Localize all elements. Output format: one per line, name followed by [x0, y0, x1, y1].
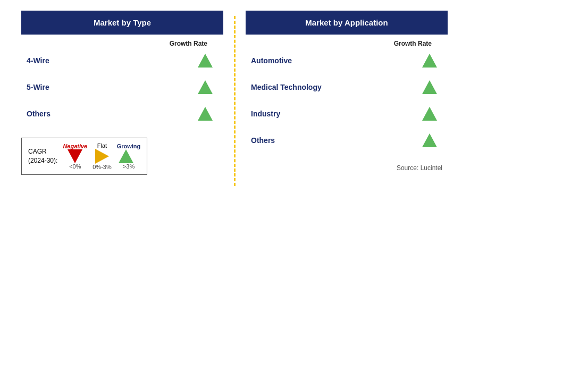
- legend-growing: Growing >3%: [117, 143, 141, 170]
- source-text: Source: Lucintel: [246, 164, 448, 172]
- table-row: Industry: [246, 100, 448, 127]
- legend-flat: Flat 0%-3%: [93, 142, 111, 170]
- arrow-up-industry: [416, 107, 442, 121]
- item-label-automotive: Automotive: [251, 56, 292, 65]
- table-row: Others: [21, 100, 223, 127]
- up-arrow-icon: [422, 80, 437, 94]
- legend-negative-sub: <0%: [69, 163, 81, 170]
- legend-cagr-label: CAGR(2024-30):: [28, 147, 57, 165]
- right-items-list: Automotive Medical Technology Industry O…: [246, 47, 448, 154]
- up-arrow-icon: [198, 107, 213, 121]
- left-panel-title: Market by Type: [21, 11, 223, 35]
- right-panel-title: Market by Application: [246, 11, 448, 35]
- up-arrow-icon: [422, 107, 437, 121]
- up-arrow-icon: [422, 133, 437, 147]
- down-arrow-icon: [68, 149, 82, 163]
- table-row: Others: [246, 127, 448, 154]
- dashed-line: [234, 16, 236, 186]
- item-label-4wire: 4-Wire: [27, 56, 49, 65]
- up-arrow-icon: [198, 80, 213, 94]
- legend-growing-label: Growing: [117, 143, 141, 149]
- panel-divider: [234, 11, 235, 186]
- table-row: Automotive: [246, 47, 448, 74]
- arrow-up-others-left: [191, 107, 218, 121]
- table-row: Medical Technology: [246, 74, 448, 100]
- arrow-up-medical: [416, 80, 442, 94]
- up-arrow-icon: [198, 54, 213, 68]
- item-label-others-right: Others: [251, 136, 275, 145]
- legend-negative: Negative <0%: [63, 143, 87, 170]
- left-growth-rate-label: Growth Rate: [21, 40, 223, 47]
- right-panel: Market by Application Growth Rate Automo…: [246, 11, 448, 186]
- arrow-up-others-right: [416, 133, 442, 147]
- up-arrow-icon: [422, 54, 437, 68]
- arrow-up-automotive: [416, 54, 442, 68]
- up-arrow-icon-legend: [119, 149, 133, 163]
- legend-box: CAGR(2024-30): Negative <0% Flat 0%-3% G…: [21, 138, 147, 175]
- legend-growing-sub: >3%: [123, 163, 135, 170]
- table-row: 4-Wire: [21, 47, 223, 74]
- arrow-up-4wire: [191, 54, 218, 68]
- table-row: 5-Wire: [21, 74, 223, 100]
- arrow-up-5wire: [191, 80, 218, 94]
- legend-flat-label: Flat: [97, 142, 107, 149]
- right-arrow-icon: [95, 149, 109, 164]
- left-panel: Market by Type Growth Rate 4-Wire 5-Wire…: [21, 11, 223, 186]
- item-label-industry: Industry: [251, 110, 280, 118]
- legend-negative-label: Negative: [63, 143, 87, 149]
- item-label-5wire: 5-Wire: [27, 83, 49, 91]
- item-label-medical: Medical Technology: [251, 83, 322, 91]
- right-growth-rate-label: Growth Rate: [246, 40, 448, 47]
- left-items-list: 4-Wire 5-Wire Others: [21, 47, 223, 127]
- legend-flat-sub: 0%-3%: [93, 164, 111, 170]
- item-label-others-left: Others: [27, 110, 51, 118]
